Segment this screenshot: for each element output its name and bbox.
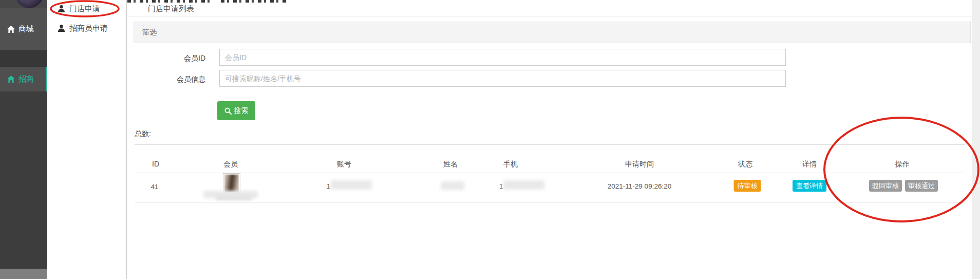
- search-button[interactable]: 搜索: [217, 101, 255, 120]
- primary-sidebar: 商城 招商: [0, 0, 47, 279]
- menu-item-store-application[interactable]: 门店申请: [47, 4, 126, 13]
- search-button-label: 搜索: [234, 106, 249, 116]
- person-icon: [58, 5, 65, 12]
- reject-review-button[interactable]: 驳回审核: [869, 180, 902, 192]
- sidebar-item-mall[interactable]: 商城: [0, 8, 47, 50]
- member-id-input[interactable]: [219, 49, 786, 66]
- approve-review-button[interactable]: 审核通过: [905, 180, 938, 192]
- vertical-scrollbar[interactable]: [972, 0, 980, 279]
- total-count-label: 总数:: [135, 129, 151, 139]
- table-header-border: [135, 173, 965, 173]
- person-icon: [58, 25, 65, 32]
- sidebar-item-label: 招商: [18, 75, 34, 84]
- cell-name-blurred: [441, 181, 464, 190]
- status-badge-pending: 待审核: [734, 180, 761, 192]
- home-icon: [7, 76, 15, 83]
- member-id-label: 会员ID: [144, 54, 205, 63]
- sidebar-bottom-strip: [0, 269, 47, 279]
- member-nickname-blurred: [216, 196, 252, 200]
- col-header-status: 状态: [738, 160, 752, 169]
- cell-phone-prefix: 1: [499, 182, 503, 190]
- view-detail-button[interactable]: 查看详情: [793, 180, 826, 192]
- member-info-label: 会员信息: [144, 75, 205, 84]
- col-header-member: 会员: [223, 160, 238, 169]
- page-title: 门店申请列表: [148, 4, 194, 14]
- cell-phone-blurred: [503, 180, 544, 190]
- col-header-actions: 操作: [895, 160, 910, 169]
- search-icon: [224, 107, 232, 115]
- menu-item-label: 门店申请: [69, 4, 100, 14]
- cell-account-prefix: 1: [327, 182, 330, 190]
- sidebar-divider: [0, 50, 47, 67]
- filter-panel-header: 筛选: [134, 22, 971, 43]
- menu-item-recruiter-application[interactable]: 招商员申请: [47, 24, 126, 33]
- col-header-phone: 手机: [503, 160, 518, 169]
- member-avatar-image: [224, 175, 239, 192]
- sidebar-item-label: 商城: [18, 24, 34, 34]
- secondary-sidebar: 门店申请 招商员申请: [47, 0, 127, 279]
- table-row-border: [135, 202, 965, 202]
- home-icon: [7, 26, 15, 33]
- sidebar-top-strip: [0, 0, 47, 8]
- col-header-id: ID: [152, 160, 159, 168]
- cell-apply-time: 2021-11-29 09:26:20: [608, 182, 671, 190]
- col-header-apply-time: 申请时间: [625, 160, 654, 169]
- menu-item-label: 招商员申请: [69, 24, 108, 33]
- annotation-circle-actions: [824, 118, 978, 221]
- col-header-account: 账号: [337, 160, 351, 169]
- user-avatar[interactable]: [15, 0, 43, 8]
- filter-header-label: 筛选: [142, 28, 157, 37]
- table-top-border: [135, 144, 965, 145]
- cell-account-blurred: [331, 180, 372, 190]
- cell-id: 41: [151, 183, 158, 191]
- row-actions: 驳回审核 审核通过: [869, 180, 938, 192]
- content-title-bar: [127, 0, 972, 16]
- sidebar-item-invest[interactable]: 招商: [0, 67, 47, 91]
- col-header-name: 姓名: [443, 160, 458, 169]
- app-window: 商城 招商 门店申请 招商员申请: [0, 0, 980, 279]
- col-header-detail: 详情: [802, 160, 817, 169]
- member-info-input[interactable]: [219, 70, 786, 87]
